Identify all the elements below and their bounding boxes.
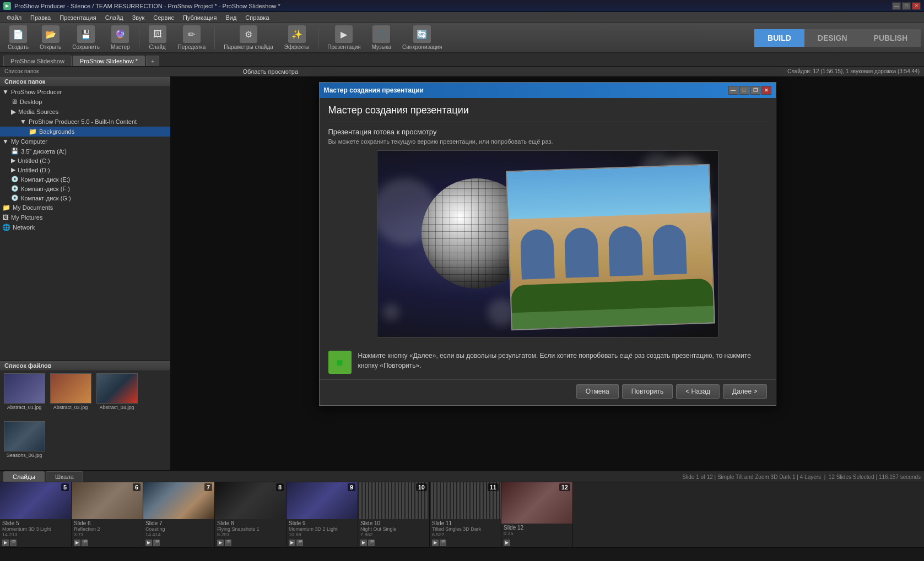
dialog-divider — [328, 122, 767, 122]
slide-info-8: Slide 8 Flying Snapshots 1 8.291 — [215, 519, 286, 538]
slide-effect-11: Tilted Singles 3D Dark — [432, 526, 499, 532]
tree-item-mydocuments[interactable]: 📁 My Documents — [0, 203, 170, 213]
menu-slide[interactable]: Слайд — [101, 13, 128, 22]
tab-slideshow-1[interactable]: ProShow Slideshow — [3, 56, 72, 66]
tree-item-mypictures[interactable]: 🖼 My Pictures — [0, 213, 170, 222]
slide-item-6[interactable]: 6 Slide 6 Reflection 2 3.73 ▶ 🎬 — [72, 482, 143, 547]
menu-publish[interactable]: Публикация — [179, 13, 221, 22]
network-label: Network — [13, 224, 35, 231]
tree-item-drive-f[interactable]: 💿 Компакт-диск (F:) — [0, 184, 170, 193]
dialog-maximize-btn[interactable]: ❐ — [750, 86, 760, 95]
file-panel: Список файлов Abstract_01.jpg Abstract_0… — [0, 360, 170, 470]
tree-item-proshow[interactable]: ▼ ProShow Producer — [0, 87, 170, 97]
slide-icons-5: ▶ 🎬 — [0, 538, 71, 547]
tree-item-media[interactable]: ▶ Media Sources — [0, 107, 170, 117]
slide-item-8[interactable]: 8 Slide 8 Flying Snapshots 1 8.291 ▶ 🎬 — [215, 482, 287, 547]
toolbar-create[interactable]: 📄 Создать — [3, 23, 33, 52]
file-abstract02[interactable]: Abstract_02.jpg — [48, 373, 93, 419]
slide-item-11[interactable]: 11 Slide 11 Tilted Singles 3D Dark 6.527… — [430, 482, 501, 547]
slide-item-9[interactable]: 9 Slide 9 Momentum 3D 2 Light 10.68 ▶ 🎬 — [287, 482, 358, 547]
menu-view[interactable]: Вид — [221, 13, 241, 22]
tree-item-drive-d[interactable]: ▶ Untitled (D:) — [0, 165, 170, 175]
save-icon: 💾 — [77, 25, 95, 43]
edit-label: Переделка — [178, 44, 206, 50]
toolbar-slide-params[interactable]: ⚙ Параметры слайда — [219, 23, 277, 52]
music-label: Музыка — [372, 44, 391, 50]
design-button[interactable]: DESIGN — [804, 29, 861, 47]
effects-icon: ✨ — [288, 25, 306, 43]
tree-item-drive-e[interactable]: 💿 Компакт-диск (E:) — [0, 175, 170, 184]
close-button[interactable]: ✕ — [912, 2, 921, 10]
slide-icons-12: ▶ — [501, 538, 572, 547]
info-row: ■ Нажмите кнопку «Далее», если вы доволь… — [320, 351, 776, 379]
folder-list-label: Список папок — [4, 68, 39, 74]
slide-info-7: Slide 7 Coasting 14.414 — [143, 519, 214, 538]
slide-info-6: Slide 6 Reflection 2 3.73 — [72, 519, 143, 538]
slides-tab[interactable]: Слайды — [3, 471, 45, 482]
open-icon: 📂 — [42, 25, 60, 43]
slide-name-10: Slide 10 — [360, 520, 427, 526]
slide-name-11: Slide 11 — [432, 520, 499, 526]
indicator-icon: ■ — [336, 356, 343, 369]
toolbar-sync[interactable]: 🔄 Синхронизация — [398, 23, 446, 52]
menu-presentation[interactable]: Презентация — [55, 13, 100, 22]
timeline-tab[interactable]: Шкала — [46, 471, 83, 482]
tree-item-drive-g[interactable]: 💿 Компакт-диск (G:) — [0, 193, 170, 203]
tree-item-builtin[interactable]: ▼ ProShow Producer 5.0 - Built-In Conten… — [0, 117, 170, 127]
slide-icon-film-5: 🎬 — [10, 540, 17, 546]
next-button[interactable]: Далее > — [723, 384, 767, 399]
back-button[interactable]: < Назад — [676, 384, 720, 399]
tab-add-button[interactable]: + — [146, 56, 159, 66]
slide-item-12[interactable]: 12 Slide 12 0.25 ▶ — [501, 482, 573, 547]
tree-item-drive-c[interactable]: ▶ Untitled (C:) — [0, 156, 170, 165]
retry-button[interactable]: Повторить — [622, 384, 673, 399]
slide-item-5[interactable]: 5 Slide 5 Momentum 3D 3 Light 14.213 ▶ 🎬 — [0, 482, 72, 547]
open-label: Открыть — [40, 44, 61, 50]
tree-item-network[interactable]: 🌐 Network — [0, 222, 170, 232]
tree-item-backgrounds[interactable]: 📁 Backgrounds — [0, 127, 170, 137]
tab-slideshow-2[interactable]: ProShow Slideshow * — [73, 56, 145, 66]
build-button[interactable]: BUILD — [754, 29, 804, 47]
toolbar-slide[interactable]: 🖼 Слайд — [144, 23, 171, 52]
slide-name-12: Slide 12 — [504, 525, 570, 531]
file-abstract04[interactable]: Abstract_04.jpg — [95, 373, 139, 419]
slide-time-12: 0.25 — [504, 531, 570, 536]
maximize-button[interactable]: □ — [902, 2, 911, 10]
publish-button[interactable]: PUBLISH — [861, 29, 921, 47]
file-seasons06[interactable]: Seasons_06.jpg — [2, 421, 46, 467]
dialog-restore-btn[interactable]: □ — [739, 86, 749, 95]
menu-service[interactable]: Сервис — [149, 13, 179, 22]
right-area: Мастер создания презентации — □ ❐ ✕ Маст… — [171, 77, 924, 470]
slide-icons-6: ▶ 🎬 — [72, 538, 143, 547]
toolbar-edit[interactable]: ✏ Переделка — [174, 23, 210, 52]
slide-item-7[interactable]: 7 Slide 7 Coasting 14.414 ▶ 🎬 — [143, 482, 215, 547]
toolbar-separator-2 — [214, 27, 215, 49]
tree-item-desktop[interactable]: 🖥 Desktop — [0, 97, 170, 107]
menu-edit[interactable]: Правка — [26, 13, 55, 22]
dialog-close-btn[interactable]: ✕ — [761, 86, 771, 95]
media-label: Media Sources — [18, 108, 58, 115]
tree-item-mycomputer[interactable]: ▼ My Computer — [0, 137, 170, 146]
dialog-minimize-btn[interactable]: — — [728, 86, 738, 95]
file-abstract01[interactable]: Abstract_01.jpg — [2, 373, 46, 419]
slide-item-10[interactable]: 10 Slide 10 Night Out Single 7.862 ▶ 🎬 — [358, 482, 430, 547]
toolbar-effects[interactable]: ✨ Эффекты — [280, 23, 314, 52]
menu-sound[interactable]: Звук — [128, 13, 149, 22]
slide-icon-play-9: ▶ — [289, 540, 295, 546]
info-text: Нажмите кнопку «Далее», если вы довольны… — [358, 351, 767, 371]
menu-file[interactable]: Файл — [2, 13, 26, 22]
toolbar-wizard[interactable]: 🔮 Мастер — [106, 23, 134, 52]
dialog-buttons: Отмена Повторить < Назад Далее > — [320, 379, 776, 405]
file-seasons06-label: Seasons_06.jpg — [7, 453, 42, 458]
tree-item-drive-a[interactable]: 💾 3.5" дискета (A:) — [0, 146, 170, 156]
toolbar-presentation[interactable]: ▶ Презентация — [323, 23, 365, 52]
wizard-icon: 🔮 — [111, 25, 129, 43]
file-panel-header: Список файлов — [0, 361, 170, 371]
menu-help[interactable]: Справка — [241, 13, 273, 22]
cancel-button[interactable]: Отмена — [576, 384, 619, 399]
minimize-button[interactable]: — — [892, 2, 901, 10]
toolbar-save[interactable]: 💾 Сохранить — [68, 23, 104, 52]
toolbar-open[interactable]: 📂 Открыть — [35, 23, 66, 52]
toolbar-music[interactable]: 🎵 Музыка — [368, 23, 396, 52]
tab-bar: ProShow Slideshow ProShow Slideshow * + — [0, 53, 924, 67]
